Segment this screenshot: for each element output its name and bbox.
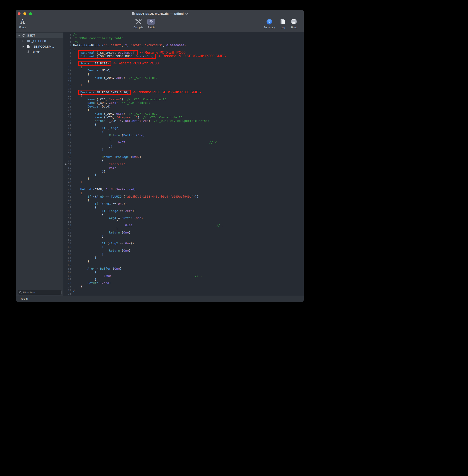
code-line-12[interactable]: 12 { bbox=[63, 73, 304, 76]
code-line-32[interactable]: 32 }) bbox=[63, 144, 304, 148]
code-line-9[interactable]: 9 Scope (_SB.PC00)<- Rename PCI0 with PC… bbox=[63, 61, 304, 65]
code-line-58[interactable]: 58 bbox=[63, 238, 304, 242]
code-line-7[interactable]: 7 External (_SB_.PC00.SMBS.BUS0, DeviceO… bbox=[63, 54, 304, 58]
patch-button[interactable]: Patch bbox=[144, 18, 158, 29]
print-button[interactable]: Print bbox=[287, 18, 301, 29]
code-token: // W bbox=[209, 141, 216, 144]
code-line-41[interactable]: 41 } bbox=[63, 177, 304, 180]
line-number: 20 bbox=[63, 101, 73, 105]
code-line-73[interactable]: 73 bbox=[63, 292, 304, 296]
code-line-13[interactable]: 13 Name (_ADR, Zero) // _ADR: Address bbox=[63, 76, 304, 80]
code-line-15[interactable]: 15 } bbox=[63, 83, 304, 87]
code-line-10[interactable]: 10 { bbox=[63, 65, 304, 69]
code-line-1[interactable]: 1/* bbox=[63, 33, 304, 37]
code-line-11[interactable]: 11 Device (MCHC) bbox=[63, 69, 304, 73]
code-line-34[interactable]: 34 bbox=[63, 152, 304, 155]
code-line-31[interactable]: 31 0x57 // W bbox=[63, 141, 304, 144]
code-line-21[interactable]: 21 Device (DVL0) bbox=[63, 105, 304, 108]
code-line-43[interactable]: 43 bbox=[63, 184, 304, 188]
code-line-content: { bbox=[73, 65, 82, 69]
code-line-24[interactable]: 24 Name (_CID, "diagsvault") // _CID: Co… bbox=[63, 116, 304, 119]
code-line-72[interactable]: 72} bbox=[63, 288, 304, 292]
code-token: ) bbox=[109, 281, 111, 284]
compile-button[interactable]: Compile bbox=[131, 18, 146, 29]
chevron-down-icon[interactable] bbox=[18, 35, 22, 36]
code-line-39[interactable]: 39 }) bbox=[63, 170, 304, 173]
code-token: Name bbox=[88, 98, 95, 101]
code-line-28[interactable]: 28 { bbox=[63, 130, 304, 134]
code-line-17[interactable]: 17 Device (_SB.PC00.SMBS.BUS0)<- Rename … bbox=[63, 90, 304, 94]
code-line-51[interactable]: 51 { bbox=[63, 213, 304, 216]
code-line-49[interactable]: 49 { bbox=[63, 206, 304, 209]
chevron-right-icon[interactable] bbox=[23, 40, 26, 42]
code-line-44[interactable]: 44 Method (DTGP, 5, NotSerialized) bbox=[63, 188, 304, 192]
code-line-46[interactable]: 46 If ((Arg0 == ToUUID ("a0b5b7c6-1318-4… bbox=[63, 195, 304, 199]
code-token: } bbox=[88, 177, 89, 180]
code-line-25[interactable]: 25 Method (_DSM, 4, NotSerialized) // _D… bbox=[63, 119, 304, 123]
code-line-23[interactable]: 23 Name (_ADR, 0x57) // _ADR: Address bbox=[63, 112, 304, 116]
code-line-14[interactable]: 14 } bbox=[63, 80, 304, 83]
sidebar-item-sb-pc00[interactable]: _SB.PC00 bbox=[16, 38, 63, 44]
filter-field[interactable] bbox=[18, 290, 61, 295]
code-line-55[interactable]: 55 } bbox=[63, 227, 304, 231]
code-line-61[interactable]: 61 Return (One) bbox=[63, 249, 304, 253]
code-line-38[interactable]: 38 0x57 bbox=[63, 166, 304, 170]
sidebar-item-dtgp[interactable]: DTGP bbox=[16, 49, 63, 55]
code-line-50[interactable]: 50 If ((Arg2 == Zero)) bbox=[63, 209, 304, 213]
code-line-27[interactable]: 27 If (!Arg2) bbox=[63, 126, 304, 130]
code-line-69[interactable]: 69 } bbox=[63, 278, 304, 281]
gutter-marker-dot[interactable] bbox=[65, 164, 66, 165]
code-line-2[interactable]: 2 * SMBus compatibility table. bbox=[63, 37, 304, 40]
code-line-67[interactable]: 67 { bbox=[63, 270, 304, 274]
chevron-right-icon[interactable] bbox=[23, 45, 26, 48]
code-line-56[interactable]: 56 Return (One) bbox=[63, 231, 304, 235]
code-token: Package bbox=[116, 155, 129, 159]
code-line-36[interactable]: 36 { bbox=[63, 159, 304, 163]
code-line-3[interactable]: 3 */ bbox=[63, 40, 304, 44]
code-line-48[interactable]: 48 If ((Arg1 == One)) bbox=[63, 202, 304, 206]
code-line-40[interactable]: 40 } bbox=[63, 173, 304, 177]
code-line-47[interactable]: 47 { bbox=[63, 198, 304, 202]
info-icon: i bbox=[266, 18, 272, 26]
code-line-29[interactable]: 29 Return (Buffer (One) bbox=[63, 134, 304, 137]
titlebar[interactable]: SSDT-SBUS-MCHC.dsl — Edited bbox=[16, 10, 304, 18]
filter-tree-input[interactable] bbox=[23, 291, 60, 294]
code-line-53[interactable]: 53 { bbox=[63, 220, 304, 224]
code-line-57[interactable]: 57 } bbox=[63, 235, 304, 238]
code-line-4[interactable]: 4DefinitionBlock ("", "SSDT", 2, "ACDT",… bbox=[63, 44, 304, 47]
code-line-62[interactable]: 62 } bbox=[63, 252, 304, 256]
summary-button[interactable]: i Summary bbox=[262, 18, 277, 29]
code-line-52[interactable]: 52 Arg4 = Buffer (One) bbox=[63, 216, 304, 220]
code-line-18[interactable]: 18 { bbox=[63, 94, 304, 98]
path-bar-item[interactable]: SSDT bbox=[21, 297, 29, 301]
code-line-70[interactable]: 70 Return (Zero) bbox=[63, 281, 304, 285]
code-line-66[interactable]: 66 Arg4 = Buffer (One) bbox=[63, 267, 304, 271]
document-proxy-icon[interactable] bbox=[132, 12, 135, 15]
code-line-26[interactable]: 26 { bbox=[63, 123, 304, 127]
code-token: Arg2 bbox=[111, 126, 118, 130]
code-line-42[interactable]: 42 } bbox=[63, 180, 304, 184]
code-editor[interactable]: 1/*2 * SMBus compatibility table.3 */4De… bbox=[63, 32, 304, 296]
code-line-30[interactable]: 30 { bbox=[63, 137, 304, 141]
code-line-20[interactable]: 20 Name (_ADR, Zero) // _ADR: Address bbox=[63, 101, 304, 105]
code-line-59[interactable]: 59 If ((Arg2 == One)) bbox=[63, 242, 304, 245]
code-line-68[interactable]: 68 0x00 // . bbox=[63, 274, 304, 278]
code-line-37[interactable]: 37 "address", bbox=[63, 163, 304, 166]
code-line-64[interactable]: 64 } bbox=[63, 260, 304, 263]
code-line-45[interactable]: 45 { bbox=[63, 191, 304, 195]
fonts-button[interactable]: A Fonts bbox=[16, 18, 30, 29]
code-line-33[interactable]: 33 } bbox=[63, 148, 304, 152]
home-icon bbox=[22, 34, 26, 37]
sidebar-item-sb-pc00-sm[interactable]: _SB.PC00.SM... bbox=[16, 44, 63, 49]
code-token: Arg4 bbox=[109, 216, 116, 220]
code-line-54[interactable]: 54 0x03 // . bbox=[63, 224, 304, 227]
code-line-63[interactable]: 63 } bbox=[63, 256, 304, 260]
code-line-65[interactable]: 65 bbox=[63, 263, 304, 267]
code-line-60[interactable]: 60 { bbox=[63, 245, 304, 249]
code-line-35[interactable]: 35 Return (Package (0x02) bbox=[63, 155, 304, 159]
sidebar-item-ssdt[interactable]: SSDT bbox=[16, 33, 63, 38]
code-line-71[interactable]: 71 } bbox=[63, 285, 304, 288]
code-line-19[interactable]: 19 Name (_CID, "smbus") // _CID: Compati… bbox=[63, 98, 304, 101]
code-line-22[interactable]: 22 { bbox=[63, 108, 304, 112]
title-chevron-down-icon[interactable] bbox=[185, 12, 188, 15]
